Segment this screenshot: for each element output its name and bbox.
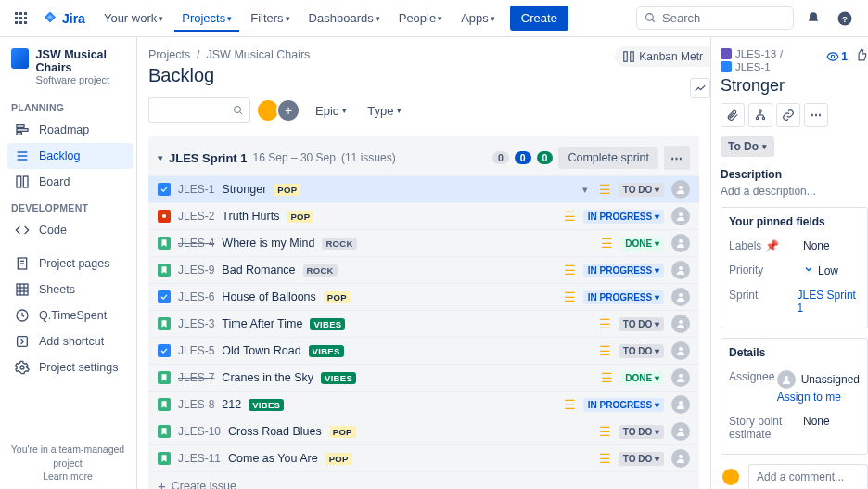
- backlog-search[interactable]: [148, 97, 250, 123]
- status-lozenge[interactable]: TO DO ▾: [619, 425, 664, 439]
- priority-icon: ☰: [599, 425, 611, 438]
- sidebar-item-code[interactable]: Code: [7, 217, 133, 243]
- assignee-avatar[interactable]: [671, 315, 690, 333]
- sidebar-item-backlog[interactable]: Backlog: [7, 143, 133, 169]
- type-filter[interactable]: Type ▾: [362, 100, 407, 122]
- nav-filters[interactable]: Filters ▾: [243, 4, 297, 32]
- app-switcher-icon[interactable]: [11, 8, 31, 28]
- epic-tag[interactable]: POP: [329, 426, 356, 438]
- add-people-icon[interactable]: +: [276, 98, 300, 122]
- jira-logo[interactable]: Jira: [42, 10, 85, 27]
- epic-key[interactable]: JLES-13: [735, 48, 776, 59]
- insights-icon[interactable]: [690, 78, 710, 98]
- issue-expand-icon[interactable]: ▾: [579, 184, 592, 196]
- issue-row[interactable]: JLES-7Cranes in the SkyVIBES☰DONE ▾: [148, 364, 699, 391]
- status-lozenge[interactable]: IN PROGRESS ▾: [583, 398, 664, 412]
- epic-tag[interactable]: VIBES: [321, 372, 356, 384]
- pinned-field-priority[interactable]: PriorityLow: [729, 258, 860, 283]
- assignee-avatar[interactable]: [671, 395, 690, 414]
- status-lozenge[interactable]: IN PROGRESS ▾: [583, 264, 664, 277]
- complete-sprint-button[interactable]: Complete sprint: [558, 147, 658, 169]
- pinned-field-labels[interactable]: Labels 📌None: [729, 234, 860, 258]
- kanban-metrics-button[interactable]: Kanban Metr: [615, 46, 710, 67]
- panel-issue-key[interactable]: JLES-1: [735, 61, 771, 72]
- status-lozenge[interactable]: DONE ▾: [620, 237, 664, 251]
- sidebar-item-add-shortcut[interactable]: Add shortcut: [7, 328, 133, 354]
- epic-tag[interactable]: POP: [324, 291, 351, 303]
- assignee-avatar[interactable]: [671, 261, 690, 279]
- issue-row[interactable]: JLES-9Bad RomanceROCK☰IN PROGRESS ▾: [148, 256, 699, 283]
- status-dropdown[interactable]: To Do ▾: [721, 136, 774, 157]
- sidebar-item-project-settings[interactable]: Project settings: [7, 354, 133, 380]
- issue-type-story-icon: [158, 237, 171, 250]
- watch-icon[interactable]: 1: [826, 50, 848, 63]
- epic-tag[interactable]: VIBES: [309, 345, 344, 357]
- issue-row[interactable]: JLES-11Come as You ArePOP☰TO DO ▾: [148, 444, 699, 471]
- epic-tag[interactable]: POP: [326, 453, 352, 465]
- epic-filter[interactable]: Epic ▾: [310, 100, 352, 122]
- sidebar-item-board[interactable]: Board: [7, 169, 133, 195]
- epic-tag[interactable]: POP: [274, 184, 300, 196]
- project-header[interactable]: JSW Musical Chairs Software project: [7, 48, 133, 95]
- nav-people[interactable]: People ▾: [391, 4, 450, 32]
- panel-issue-title[interactable]: Stronger: [721, 76, 868, 96]
- nav-your-work[interactable]: Your work ▾: [96, 4, 171, 32]
- sidebar-item-q-timespent[interactable]: Q.TimeSpent: [7, 302, 133, 328]
- assignee-avatar[interactable]: [671, 341, 690, 360]
- sidebar-item-roadmap[interactable]: Roadmap: [7, 117, 133, 143]
- description-field[interactable]: Add a description...: [721, 185, 868, 198]
- attach-icon[interactable]: [721, 103, 745, 127]
- issue-row[interactable]: JLES-10Cross Road BluesPOP☰TO DO ▾: [148, 418, 699, 444]
- comment-input[interactable]: Add a comment...: [748, 464, 868, 489]
- status-lozenge[interactable]: IN PROGRESS ▾: [583, 210, 664, 224]
- like-icon[interactable]: [855, 48, 868, 64]
- help-icon[interactable]: ?: [833, 6, 857, 31]
- assignee-filter[interactable]: +: [260, 98, 300, 122]
- story-point-field[interactable]: Story point estimate None: [729, 409, 860, 446]
- assign-to-me-link[interactable]: Assign to me: [777, 391, 860, 404]
- assignee-avatar[interactable]: [671, 234, 690, 252]
- nav-apps[interactable]: Apps ▾: [453, 4, 503, 32]
- issue-row[interactable]: JLES-1StrongerPOP▾☰TO DO ▾: [148, 175, 699, 202]
- assignee-avatar[interactable]: [671, 422, 690, 441]
- sidebar-item-project-pages[interactable]: Project pages: [7, 251, 133, 277]
- status-lozenge[interactable]: TO DO ▾: [619, 452, 664, 466]
- nav-dashboards[interactable]: Dashboards ▾: [301, 4, 388, 32]
- nav-projects[interactable]: Projects ▾: [174, 4, 239, 32]
- issue-row[interactable]: JLES-2Truth HurtsPOP☰IN PROGRESS ▾: [148, 202, 699, 229]
- status-lozenge[interactable]: TO DO ▾: [619, 317, 664, 331]
- learn-more-link[interactable]: Learn more: [43, 470, 93, 482]
- breadcrumb-project[interactable]: JSW Musical Chairs: [207, 48, 311, 61]
- create-issue-row[interactable]: +Create issue: [148, 471, 699, 489]
- issue-row[interactable]: JLES-5Old Town RoadVIBES☰TO DO ▾: [148, 337, 699, 364]
- status-lozenge[interactable]: DONE ▾: [620, 371, 664, 385]
- link-icon[interactable]: [776, 103, 800, 127]
- status-lozenge[interactable]: TO DO ▾: [619, 344, 664, 358]
- issue-row[interactable]: JLES-8212VIBES☰IN PROGRESS ▾: [148, 391, 699, 418]
- epic-tag[interactable]: POP: [287, 211, 313, 223]
- status-lozenge[interactable]: TO DO ▾: [619, 183, 664, 197]
- assignee-avatar[interactable]: [671, 288, 690, 306]
- issue-row[interactable]: JLES-4Where is my MindROCK☰DONE ▾: [148, 229, 699, 256]
- notifications-icon[interactable]: [801, 6, 825, 31]
- epic-tag[interactable]: ROCK: [303, 264, 338, 277]
- assignee-avatar[interactable]: [671, 368, 690, 387]
- status-lozenge[interactable]: IN PROGRESS ▾: [583, 290, 664, 304]
- issue-row[interactable]: JLES-3Time After TimeVIBES☰TO DO ▾: [148, 310, 699, 337]
- epic-tag[interactable]: VIBES: [310, 318, 345, 330]
- breadcrumb-projects[interactable]: Projects: [148, 48, 190, 61]
- panel-more-icon[interactable]: ⋯: [804, 103, 828, 127]
- assignee-avatar[interactable]: [671, 449, 690, 468]
- pinned-field-sprint[interactable]: SprintJLES Sprint 1: [729, 283, 860, 320]
- epic-tag[interactable]: ROCK: [322, 238, 356, 250]
- assignee-avatar[interactable]: [671, 207, 690, 225]
- epic-tag[interactable]: VIBES: [249, 399, 284, 411]
- assignee-avatar[interactable]: [671, 180, 690, 199]
- issue-row[interactable]: JLES-6House of BalloonsPOP☰IN PROGRESS ▾: [148, 283, 699, 310]
- sprint-menu-button[interactable]: ⋯: [664, 146, 690, 170]
- child-issue-icon[interactable]: [748, 103, 772, 127]
- sprint-collapse-icon[interactable]: ▾: [158, 152, 163, 164]
- create-button[interactable]: Create: [510, 6, 568, 31]
- global-search[interactable]: Search: [636, 6, 794, 30]
- sidebar-item-sheets[interactable]: Sheets: [7, 277, 133, 302]
